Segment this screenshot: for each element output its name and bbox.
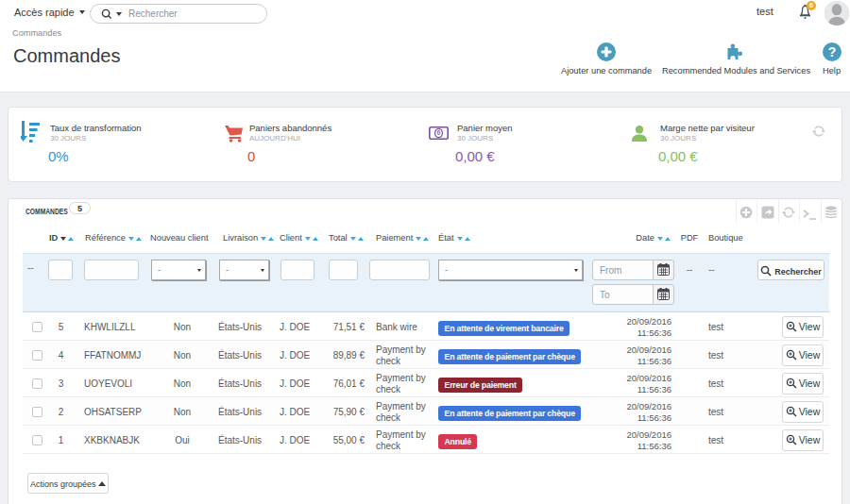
svg-text:0: 0 — [437, 129, 441, 136]
svg-text:?: ? — [827, 44, 836, 59]
